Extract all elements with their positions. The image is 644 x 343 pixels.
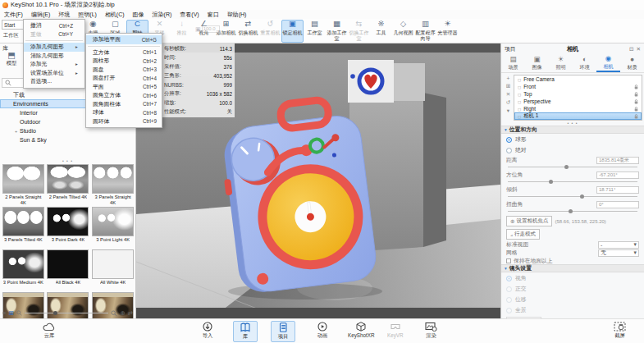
geometry-menu-item[interactable]: 圆柱形 Ctrl+2 bbox=[86, 57, 162, 66]
environment-thumbnail[interactable]: 3 Point Medium 4K bbox=[2, 249, 45, 292]
field-input[interactable]: -67.201° bbox=[596, 172, 639, 179]
keyvr-button[interactable]: KeyVR bbox=[387, 322, 404, 338]
thumbnail-size-slider[interactable] bbox=[25, 313, 109, 313]
project-tab[interactable]: ● 材质 bbox=[620, 54, 644, 72]
keyshotxr-button[interactable]: KeyShotXR bbox=[348, 322, 375, 338]
camera-list-row[interactable]: ◻ Free Camera bbox=[514, 75, 642, 83]
lock-icon[interactable] bbox=[634, 114, 638, 119]
slider-handle[interactable] bbox=[549, 180, 553, 184]
toolbar-button[interactable]: ☀ 光管理器 bbox=[436, 20, 459, 43]
sync-icon[interactable]: ⇄ bbox=[128, 309, 133, 317]
reset-camera-icon[interactable]: ↺ bbox=[506, 99, 510, 106]
grid-view-icon[interactable]: ⊞ bbox=[8, 309, 13, 317]
keep-above-ground-checkbox[interactable]: 保持在地面以上 bbox=[501, 257, 644, 264]
environment-thumbnail[interactable]: All Black 4K bbox=[47, 249, 90, 292]
slider-handle[interactable] bbox=[580, 194, 584, 199]
panel-resize-handle[interactable]: • • • bbox=[501, 121, 644, 126]
toolbar-button[interactable]: ▣ 锁定相机 bbox=[281, 20, 304, 43]
camera-list-row[interactable]: ◻ Perspective bbox=[514, 98, 642, 105]
library-toggle-button[interactable]: 库 bbox=[233, 321, 258, 342]
geometry-menu-item[interactable] bbox=[88, 46, 160, 47]
animation-button[interactable]: 动画 bbox=[317, 322, 328, 340]
toolbar-button[interactable]: ⇆ 切换工作室 bbox=[348, 20, 370, 43]
toolbar-button[interactable]: ⇄ 切换相机 bbox=[237, 20, 259, 43]
library-category-models[interactable]: ⬒ 模型 bbox=[2, 51, 21, 67]
edit-menu-item[interactable] bbox=[25, 40, 83, 41]
add-camera-icon[interactable]: + bbox=[507, 75, 510, 81]
toolbar-button[interactable]: ↓ 推拉 bbox=[171, 20, 193, 43]
close-icon[interactable]: ✕ bbox=[637, 46, 641, 53]
field-slider[interactable] bbox=[508, 194, 637, 199]
grid-dropdown[interactable]: 无▾ bbox=[598, 249, 639, 257]
menu-item[interactable]: 编辑(E) bbox=[27, 11, 54, 19]
toolbar-button[interactable]: ▥ 配置程序向导 bbox=[414, 20, 436, 43]
menu-item[interactable]: 照明(L) bbox=[74, 11, 101, 19]
menu-item[interactable]: 文件(F) bbox=[0, 11, 27, 19]
edit-menu-item[interactable]: 添加光 ▸ bbox=[24, 60, 84, 69]
standard-view-dropdown[interactable]: -▾ bbox=[598, 241, 639, 249]
lens-section-header[interactable]: ▾ 镜头设置 bbox=[501, 264, 644, 272]
edit-menu-item[interactable]: 添加几何图形 ▸ bbox=[24, 43, 84, 52]
edit-menu-item[interactable]: 设置场景单位 ▸ bbox=[24, 69, 84, 78]
slider-handle[interactable] bbox=[53, 311, 57, 315]
geometry-menu-item[interactable]: 圆角立方体 Ctrl+6 bbox=[86, 91, 162, 100]
menu-item[interactable]: 查看(V) bbox=[176, 11, 203, 19]
lens-mode-radio[interactable]: 全景 bbox=[501, 304, 644, 315]
geometry-menu-item[interactable]: 添加地平面 Ctrl+G bbox=[86, 35, 162, 44]
lock-icon[interactable] bbox=[634, 85, 638, 89]
geometry-menu-item[interactable]: 圆盘 Ctrl+3 bbox=[86, 66, 162, 75]
project-tab[interactable]: ▣ 图像 bbox=[525, 54, 549, 72]
lens-mode-radio[interactable]: 视角 bbox=[501, 272, 644, 283]
menu-item[interactable]: 帮助(H) bbox=[223, 11, 251, 19]
environment-thumbnail[interactable]: 2 Panels Straight 4K bbox=[2, 164, 45, 207]
toolbar-button[interactable]: ▦ 添加工作室 bbox=[326, 20, 348, 43]
duplicate-camera-icon[interactable]: ⊞ bbox=[506, 83, 510, 89]
field-slider[interactable] bbox=[508, 179, 637, 185]
slider-handle[interactable] bbox=[569, 209, 573, 213]
library-tree-item[interactable]: Sun & Sky bbox=[0, 135, 135, 144]
geometry-menu-item[interactable]: 圆角圆柱体 Ctrl+7 bbox=[86, 100, 162, 109]
lens-mode-radio[interactable]: 位移 bbox=[501, 294, 644, 304]
project-tab[interactable]: ◉ 相机 bbox=[596, 54, 620, 72]
import-button[interactable]: 导入 bbox=[202, 322, 213, 340]
edit-menu-item[interactable]: 首选项... bbox=[24, 77, 84, 86]
project-toggle-button[interactable]: 项目 bbox=[271, 321, 295, 342]
toolbar-button[interactable]: ↺ 重置相机 bbox=[259, 20, 281, 43]
field-input[interactable]: 18.711° bbox=[596, 186, 639, 194]
menu-item[interactable]: 环境 bbox=[54, 11, 74, 19]
field-slider[interactable] bbox=[508, 164, 637, 170]
camera-list-row[interactable]: ◻ Right bbox=[514, 105, 642, 112]
camera-list-row[interactable]: ◻ 相机 1 bbox=[514, 112, 642, 120]
zoom-out-icon[interactable] bbox=[16, 310, 22, 316]
toolbar-button[interactable]: ▤ 工作室 bbox=[304, 20, 326, 43]
radio-spherical[interactable]: 球形 bbox=[501, 134, 644, 144]
menu-item[interactable]: 图像 bbox=[129, 11, 148, 19]
render-viewport[interactable]: 每秒帧数: 114.3 时间: 55s 采样值: 376 三角形: 403,95… bbox=[136, 43, 500, 318]
panel-resize-handle[interactable]: • • • bbox=[0, 158, 135, 163]
field-input[interactable]: 0° bbox=[596, 201, 639, 208]
lens-mode-radio[interactable]: 正交 bbox=[501, 283, 644, 294]
edit-menu-item[interactable]: 撤消 Ctrl+Z bbox=[24, 21, 84, 30]
environment-thumbnail[interactable]: 3 Panels Straight 4K bbox=[91, 164, 135, 207]
undock-icon[interactable]: ⊡ bbox=[629, 46, 633, 53]
save-camera-icon[interactable]: ▾ bbox=[507, 107, 509, 114]
project-tab[interactable]: ☀ 照明 bbox=[549, 54, 573, 72]
geometry-menu-item[interactable]: 平面 Ctrl+5 bbox=[86, 83, 162, 92]
environment-thumbnail[interactable]: 2 Panels Tilted 4K bbox=[47, 164, 90, 207]
menu-item[interactable]: 渲染(R) bbox=[148, 11, 176, 19]
geometry-menu-item[interactable]: 球体 Ctrl+8 bbox=[86, 108, 162, 117]
environment-thumbnail[interactable]: 3 Point Light 4K bbox=[91, 207, 135, 249]
geometry-menu-item[interactable]: 圆盘打开 Ctrl+4 bbox=[86, 74, 162, 83]
environment-thumbnail[interactable]: 3 Point Dark 4K bbox=[47, 207, 90, 249]
toolbar-button[interactable]: ◇ 几何视图 bbox=[392, 20, 414, 43]
toolbar-button[interactable]: ※ 工具 bbox=[370, 20, 392, 43]
project-tab[interactable]: ◐ 环境 bbox=[573, 54, 596, 72]
menu-item[interactable]: 窗口 bbox=[203, 11, 223, 19]
radio-absolute[interactable]: 绝对 bbox=[501, 144, 644, 155]
edit-menu-item[interactable]: 重做 Ctrl+Y bbox=[24, 30, 84, 39]
cloud-library-button[interactable]: 云库 bbox=[43, 322, 56, 340]
field-slider[interactable] bbox=[508, 208, 637, 214]
geometry-menu-item[interactable]: 立方体 Ctrl+1 bbox=[86, 48, 162, 57]
position-section-header[interactable]: ▾ 位置和方向 bbox=[501, 126, 644, 134]
menu-item[interactable]: 相机(C) bbox=[101, 11, 129, 19]
